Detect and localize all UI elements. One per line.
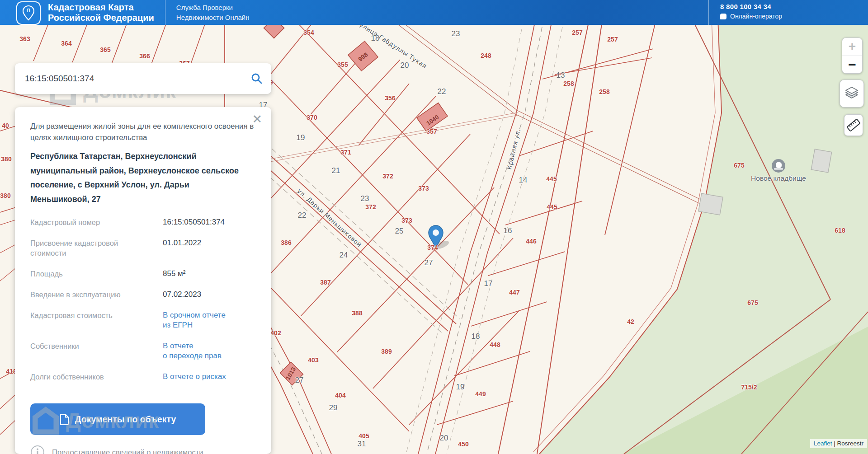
address-number-label: 24 [340, 251, 348, 260]
zoom-out-button[interactable]: − [842, 56, 862, 74]
object-address: Республика Татарстан, Верхнеуслонский му… [30, 150, 243, 206]
menu-verification-service[interactable]: Служба Проверки Недвижимости Онлайн [176, 3, 250, 23]
documents-button[interactable]: Документы по объекту [30, 403, 205, 435]
detail-link[interactable]: В срочном отчетеиз ЕГРН [163, 310, 258, 330]
address-number-label: 22 [438, 87, 446, 96]
parcel-number-label: 387 [320, 279, 330, 286]
detail-label: Кадастровая стоимость [30, 310, 163, 330]
address-number-label: 13 [557, 71, 565, 80]
parcel-number-label: 365 [100, 46, 110, 53]
map-pin-logo-icon: П [22, 5, 35, 21]
parcel-number-label: 40 [2, 122, 9, 129]
zoom-in-button[interactable]: + [842, 38, 862, 56]
parcel-number-label: 675 [734, 162, 744, 169]
detail-row: Кадастровая стоимость В срочном отчетеиз… [30, 310, 258, 330]
parcel-number-label: 258 [599, 88, 609, 95]
parcel-number-label: 355 [337, 61, 348, 68]
cemetery-icon [772, 159, 785, 173]
address-number-label: 27 [425, 258, 433, 267]
address-number-label: 16 [504, 226, 512, 235]
panel-footer-note: Предоставление сведений о недвижимости [30, 445, 258, 454]
detail-row: Площадь 855 м² [30, 269, 258, 279]
parcel-number-label: 364 [61, 40, 71, 47]
parcel-number-label: 354 [303, 29, 314, 36]
cemetery-label: Новое кладбище [751, 174, 806, 183]
detail-value: 01.01.2022 [163, 238, 258, 258]
address-number-label: 19 [297, 133, 305, 142]
building-gray [698, 193, 723, 215]
search-icon[interactable] [250, 72, 263, 85]
ruler-icon [846, 118, 861, 132]
app-window: 3633643653663673693543553563573703713723… [0, 0, 868, 454]
document-icon [60, 414, 69, 425]
attribution-divider: | [834, 440, 835, 447]
rosreestr-link[interactable]: Rosreestr [837, 440, 863, 447]
parcel-number-label: 618 [835, 227, 845, 234]
parcel-number-label: 373 [418, 185, 429, 192]
detail-row: Долги собственников В отчете о рисках [30, 372, 258, 382]
detail-link[interactable]: В отчетео переходе прав [163, 341, 258, 361]
parcel-number-label: 357 [426, 128, 437, 135]
online-operator-button[interactable]: Онлайн-оператор [720, 13, 868, 20]
address-number-label: 23 [361, 194, 369, 203]
detail-value: 16:15:050501:374 [163, 217, 258, 227]
parcel-number-label: 373 [401, 217, 412, 224]
detail-row: Присвоение кадастровой стоимости 01.01.2… [30, 238, 258, 258]
address-number-label: 31 [358, 440, 366, 449]
parcel-number-label: 370 [307, 114, 317, 121]
address-number-label: 17 [484, 279, 493, 288]
parcel-number-label: 257 [607, 36, 618, 43]
map-attribution: Leaflet | Rosreestr [810, 439, 867, 448]
parcel-number-label: 380 [0, 192, 10, 199]
search-input[interactable] [24, 73, 250, 84]
layers-icon [844, 85, 860, 102]
search-bar [15, 63, 271, 94]
address-number-label: 23 [452, 29, 460, 38]
parcel-number-label: 447 [509, 289, 519, 296]
parcel-number-label: 386 [281, 239, 291, 246]
leaflet-link[interactable]: Leaflet [814, 440, 832, 447]
parcel-number-label: 42 [627, 318, 634, 325]
parcel-number-label: 404 [335, 392, 345, 399]
parcel-number-label: 389 [381, 348, 392, 355]
parcel-number-label: 449 [475, 390, 486, 398]
parcel-number-label: 257 [572, 29, 582, 36]
detail-value: 855 м² [163, 269, 258, 279]
object-info-panel: ✕ Для размещения жилой зоны для ее компл… [15, 107, 271, 454]
address-number-label: 27 [295, 376, 304, 385]
address-number-label: 20 [401, 61, 409, 70]
parcel-number-label: 448 [490, 341, 500, 348]
measure-button[interactable] [844, 114, 863, 136]
parcel-number-label: 372 [382, 173, 393, 180]
parcel-number-label: 403 [308, 356, 318, 364]
layers-button[interactable] [840, 80, 864, 108]
parcel-number-label: 380 [1, 155, 11, 163]
address-number-label: 14 [519, 176, 528, 185]
parcel-number-label: 675 [747, 299, 758, 306]
address-number-label: 19 [456, 383, 465, 392]
parcel-number-label: 405 [359, 432, 369, 440]
parcel-number-label: 450 [458, 440, 468, 448]
address-number-label: 18 [472, 332, 480, 341]
parcel-number-label: 258 [563, 80, 574, 87]
address-number-label: 22 [298, 211, 307, 220]
info-icon [30, 445, 45, 454]
detail-link[interactable]: В отчете о рисках [163, 372, 258, 382]
chat-icon [720, 14, 726, 19]
header: П Кадастровая Карта Российской Федерации… [0, 0, 868, 25]
building-gray [811, 149, 831, 173]
land-use-description: Для размещения жилой зоны для ее комплек… [30, 121, 258, 143]
app-logo[interactable]: П [16, 1, 41, 25]
support-phone: 8 800 100 34 34 [720, 3, 868, 10]
detail-label: Присвоение кадастровой стоимости [30, 238, 163, 258]
parcel-number-label: 445 [546, 175, 557, 183]
header-divider [165, 0, 165, 25]
detail-value: 07.02.2023 [163, 290, 258, 300]
detail-label: Введение в эксплуатацию [30, 290, 163, 300]
detail-label: Собственники [30, 341, 163, 361]
parcel-number-label: 446 [526, 238, 536, 245]
close-icon[interactable]: ✕ [249, 112, 265, 126]
parcel-number-label: 402 [270, 329, 281, 337]
parcel-number-label: 445 [547, 203, 557, 211]
parcel-number-label: 248 [481, 52, 491, 59]
